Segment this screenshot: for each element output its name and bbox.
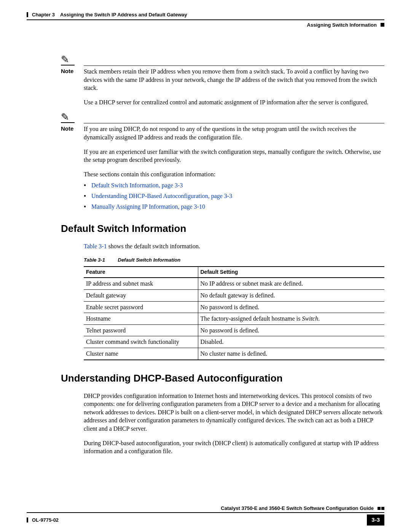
table-header-row: Feature Default Setting bbox=[84, 267, 384, 278]
cell-setting: No default gateway is defined. bbox=[198, 289, 384, 301]
th-feature: Feature bbox=[84, 267, 198, 278]
para-dhcp-1: DHCP provides configuration information … bbox=[84, 392, 384, 433]
cell-feature: Enable secret password bbox=[84, 301, 198, 313]
section-link-list: Default Switch Information, page 3-3 Und… bbox=[84, 181, 384, 211]
heading-understanding-dhcp: Understanding DHCP-Based Autoconfigurati… bbox=[61, 372, 384, 385]
pencil-icon: ✎ bbox=[61, 55, 84, 65]
cell-feature: Cluster name bbox=[84, 348, 198, 359]
page-header: Chapter 3 Assigning the Switch IP Addres… bbox=[27, 11, 384, 28]
footer-guide-title-line: Catalyst 3750-E and 3560-E Switch Softwa… bbox=[27, 505, 384, 512]
list-item: Default Switch Information, page 3-3 bbox=[84, 181, 384, 190]
table-row: Hostname The factory-assigned default ho… bbox=[84, 313, 384, 325]
xref-link[interactable]: Table 3-1 bbox=[84, 243, 107, 249]
header-chapter-line: Chapter 3 Assigning the Switch IP Addres… bbox=[27, 11, 384, 18]
table-caption-title: Default Switch Information bbox=[118, 257, 181, 263]
list-item: Manually Assigning IP Information, page … bbox=[84, 203, 384, 211]
footer-rule bbox=[27, 512, 384, 513]
footer-squares-icon bbox=[377, 505, 384, 512]
chapter-title: Assigning the Switch IP Address and Defa… bbox=[60, 11, 187, 18]
footer-bar-icon bbox=[27, 518, 28, 522]
cell-feature: Telnet password bbox=[84, 324, 198, 336]
table-row: IP address and subnet mask No IP address… bbox=[84, 278, 384, 289]
cell-feature: Hostname bbox=[84, 313, 198, 325]
note-body-1: Stack members retain their IP address wh… bbox=[84, 55, 384, 92]
para-sections-intro: These sections contain this configuratio… bbox=[84, 170, 384, 179]
xref-link[interactable]: Manually Assigning IP Information, page … bbox=[91, 203, 205, 210]
cell-setting: No password is defined. bbox=[198, 301, 384, 313]
default-switch-info-table: Feature Default Setting IP address and s… bbox=[84, 266, 384, 360]
table-caption: Table 3-1 Default Switch Information bbox=[84, 257, 384, 264]
header-section-line: Assigning Switch Information bbox=[27, 22, 384, 29]
footer-guide-title: Catalyst 3750-E and 3560-E Switch Softwa… bbox=[221, 505, 374, 512]
cell-feature: IP address and subnet mask bbox=[84, 278, 198, 289]
heading-default-switch-info: Default Switch Information bbox=[61, 222, 384, 235]
para-experienced: If you are an experienced user familiar … bbox=[84, 148, 384, 164]
para-table-intro: Table 3-1 shows the default switch infor… bbox=[84, 242, 384, 251]
table-caption-number: Table 3-1 bbox=[84, 257, 105, 263]
note-block-1: ✎ Note Stack members retain their IP add… bbox=[27, 55, 384, 92]
hostname-default-value: Switch bbox=[302, 315, 319, 322]
note-label: ✎ Note bbox=[61, 112, 84, 133]
doc-id-text: OL-9775-02 bbox=[32, 517, 59, 524]
note-1-text: Stack members retain their IP address wh… bbox=[84, 68, 377, 91]
header-bar-icon bbox=[27, 12, 28, 17]
th-default-setting: Default Setting bbox=[198, 267, 384, 278]
section-title: Assigning Switch Information bbox=[307, 22, 377, 29]
cell-setting: The factory-assigned default hostname is… bbox=[198, 313, 384, 325]
note-rule bbox=[84, 123, 384, 125]
note-word: Note bbox=[61, 68, 73, 74]
para-use-dhcp: Use a DHCP server for centralized contro… bbox=[84, 98, 384, 107]
note-rule bbox=[84, 66, 384, 67]
table-row: Telnet password No password is defined. bbox=[84, 324, 384, 336]
cell-feature: Default gateway bbox=[84, 289, 198, 301]
footer-bottom-row: OL-9775-02 3-3 bbox=[27, 514, 384, 525]
para-dhcp-2: During DHCP-based autoconfiguration, you… bbox=[84, 439, 384, 455]
header-rule bbox=[27, 19, 384, 20]
header-square-icon bbox=[381, 23, 384, 27]
page-content: ✎ Note Stack members retain their IP add… bbox=[27, 28, 384, 455]
note-block-2: ✎ Note If you are using DHCP, do not res… bbox=[27, 112, 384, 141]
cell-setting: Disabled. bbox=[198, 336, 384, 348]
xref-link[interactable]: Understanding DHCP-Based Autoconfigurati… bbox=[91, 193, 232, 199]
list-item: Understanding DHCP-Based Autoconfigurati… bbox=[84, 192, 384, 200]
cell-setting: No cluster name is defined. bbox=[198, 348, 384, 359]
table-row: Enable secret password No password is de… bbox=[84, 301, 384, 313]
xref-link[interactable]: Default Switch Information, page 3-3 bbox=[91, 182, 183, 189]
note-2-text: If you are using DHCP, do not respond to… bbox=[84, 126, 356, 141]
chapter-label: Chapter 3 bbox=[32, 11, 55, 18]
note-label: ✎ Note bbox=[61, 55, 84, 75]
para-table-intro-rest: shows the default switch information. bbox=[107, 243, 200, 249]
table-row: Cluster name No cluster name is defined. bbox=[84, 348, 384, 359]
cell-setting: No password is defined. bbox=[198, 324, 384, 336]
cell-feature: Cluster command switch functionality bbox=[84, 336, 198, 348]
page-footer: Catalyst 3750-E and 3560-E Switch Softwa… bbox=[27, 505, 384, 526]
table-row: Default gateway No default gateway is de… bbox=[84, 289, 384, 301]
footer-doc-id: OL-9775-02 bbox=[27, 517, 59, 524]
page-number-badge: 3-3 bbox=[367, 514, 384, 525]
table-row: Cluster command switch functionality Dis… bbox=[84, 336, 384, 348]
note-word: Note bbox=[61, 125, 73, 132]
cell-setting: No IP address or subnet mask are defined… bbox=[198, 278, 384, 289]
pencil-icon: ✎ bbox=[61, 112, 84, 122]
note-body-2: If you are using DHCP, do not respond to… bbox=[84, 112, 384, 141]
